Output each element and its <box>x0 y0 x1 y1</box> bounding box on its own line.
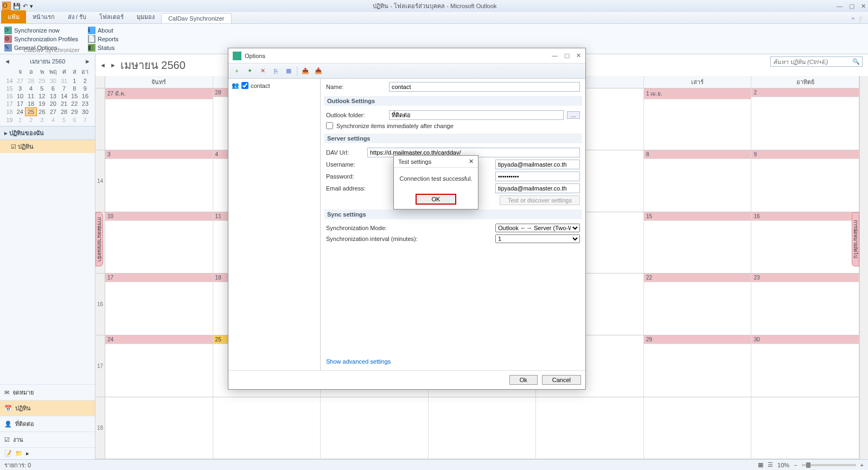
status-button[interactable]: ◧Status <box>88 43 119 52</box>
reports-button[interactable]: 📄Reports <box>88 35 119 43</box>
tab-sendrecv[interactable]: ส่ง / รับ <box>61 10 93 23</box>
name-input[interactable] <box>389 82 580 92</box>
dialog-title: Options <box>245 53 265 59</box>
nav-calendar-item[interactable]: ☑ ปฏิทิน <box>0 140 95 153</box>
msg-ok-button[interactable]: OK <box>416 194 457 205</box>
tab-caldav[interactable]: CalDav Synchronizer <box>161 13 231 23</box>
dialog-title-bar: Options — ▢ ✕ <box>228 48 585 63</box>
folder-input[interactable] <box>389 110 564 120</box>
nav-mail-button[interactable]: ✉จดหมาย <box>0 384 95 400</box>
status-bar: รายการ: 0 ▦ ☰ 10% − + <box>0 459 868 470</box>
export-button[interactable]: 📤 <box>301 66 310 76</box>
email-input[interactable] <box>495 183 580 193</box>
profile-form: Name: Outlook Settings Outlook folder:..… <box>321 79 585 370</box>
view-normal-icon[interactable]: ▦ <box>758 461 763 468</box>
nav-tasks-button[interactable]: ☑งาน <box>0 431 95 447</box>
sync-immediate-checkbox[interactable] <box>326 122 333 129</box>
nav-calendar-button[interactable]: 📅ปฏิทิน <box>0 400 95 416</box>
cal-next-button[interactable]: ► <box>110 62 116 68</box>
mini-next-button[interactable]: ► <box>85 58 91 65</box>
close-button[interactable]: ✕ <box>861 3 866 10</box>
dialog-cancel-button[interactable]: Cancel <box>542 375 581 385</box>
user-label: Username: <box>326 161 364 168</box>
profiles-button[interactable]: ⚙Synchronization Profiles <box>4 35 78 43</box>
ribbon-expand-icon[interactable]: ^ ❔ <box>852 16 868 23</box>
search-icon[interactable]: 🔍 <box>852 58 860 65</box>
tab-file[interactable]: แฟ้ม <box>1 10 26 23</box>
search-box[interactable]: 🔍 <box>770 56 863 67</box>
navigation-pane: ◄ เมษายน 2560 ► จอพพฤศสอา142728293031121… <box>0 54 95 459</box>
add-profile-button[interactable]: ＋ <box>232 66 241 76</box>
shortcuts-icon[interactable]: ▸ <box>26 450 29 457</box>
tree-item-contact[interactable]: 👥 contact <box>231 81 318 90</box>
folder-icon[interactable]: 📁 <box>15 450 23 457</box>
next-appointment-tab[interactable]: การนัดหมายถัดไป <box>852 212 859 266</box>
dialog-toolbar: ＋ ✦ ✕ ⎘ ▦ 📤 📥 <box>228 63 585 79</box>
folder-label: Outlook folder: <box>326 112 386 118</box>
server-section: Server settings <box>324 134 582 143</box>
qat-undo-icon[interactable]: ↶ <box>23 3 28 10</box>
dialog-minimize-button[interactable]: — <box>552 52 558 59</box>
nav-contacts-button[interactable]: 👤ที่ติดต่อ <box>0 416 95 431</box>
dav-label: DAV Url: <box>326 149 364 156</box>
nav-bottom-icons: 📝 📁 ▸ <box>0 447 95 459</box>
msg-body: Connection test successful. <box>394 168 478 189</box>
mini-prev-button[interactable]: ◄ <box>4 58 10 65</box>
pass-input[interactable] <box>495 172 580 181</box>
dialog-maximize-button[interactable]: ▢ <box>564 52 570 59</box>
mode-select[interactable]: Outlook ←→ Server (Two-Way) <box>495 224 580 232</box>
qat-save-icon[interactable]: 💾 <box>13 3 21 10</box>
mini-calendar-grid[interactable]: จอพพฤศสอา1427282930311215345678916101112… <box>4 66 91 124</box>
profile-tree: 👥 contact <box>228 79 321 370</box>
interval-label: Synchronization interval (minutes): <box>326 236 435 242</box>
tab-folder[interactable]: โฟลเดอร์ <box>93 10 130 23</box>
copy-profile-button[interactable]: ⎘ <box>271 66 280 76</box>
move-profile-button[interactable]: ▦ <box>284 66 293 76</box>
mail-icon: ✉ <box>4 389 9 396</box>
search-input[interactable] <box>773 59 852 65</box>
sync-immediate-label: Synchronize items immediately after chan… <box>336 123 454 129</box>
mode-label: Synchronization Mode: <box>326 225 435 231</box>
dialog-ok-button[interactable]: Ok <box>509 375 538 385</box>
name-label: Name: <box>326 84 386 90</box>
add-multi-button[interactable]: ✦ <box>245 66 254 76</box>
mini-calendar: ◄ เมษายน 2560 ► จอพพฤศสอา142728293031121… <box>0 54 95 126</box>
outlook-section: Outlook Settings <box>324 96 582 106</box>
zoom-label: 10% <box>777 462 789 468</box>
cal-prev-button[interactable]: ◄ <box>100 62 106 68</box>
nav-section-header[interactable]: ▸ ปฏิทินของฉัน <box>0 126 95 140</box>
user-input[interactable] <box>495 160 580 169</box>
folder-browse-button[interactable]: ... <box>567 111 580 119</box>
minimize-button[interactable]: — <box>837 3 843 10</box>
sync-now-button[interactable]: ⟳Synchronize now <box>4 26 78 35</box>
zoom-out-button[interactable]: − <box>794 462 797 468</box>
calendar-icon: 📅 <box>4 405 12 412</box>
tab-view[interactable]: มุมมอง <box>130 10 161 23</box>
mini-month-label: เมษายน 2560 <box>30 56 66 66</box>
quick-access-toolbar: O 💾 ↶ ▾ <box>2 2 33 10</box>
msg-title: Test settings <box>398 158 431 165</box>
zoom-slider[interactable] <box>802 464 856 466</box>
msg-close-button[interactable]: ✕ <box>469 158 474 165</box>
about-button[interactable]: ℹAbout <box>88 26 119 35</box>
notes-icon[interactable]: 📝 <box>4 450 12 457</box>
zoom-in-button[interactable]: + <box>860 462 864 468</box>
import-button[interactable]: 📥 <box>314 66 323 76</box>
show-advanced-link[interactable]: Show advanced settings <box>326 356 580 367</box>
tree-item-checkbox[interactable] <box>241 82 248 89</box>
prev-appointment-tab[interactable]: การนัดหมายก่อนหน้า <box>95 212 103 266</box>
delete-profile-button[interactable]: ✕ <box>258 66 267 76</box>
options-icon <box>233 52 241 60</box>
outlook-icon: O <box>2 2 11 10</box>
dialog-close-button[interactable]: ✕ <box>576 52 581 59</box>
view-list-icon[interactable]: ☰ <box>768 461 773 468</box>
tab-home[interactable]: หน้าแรก <box>26 10 61 23</box>
tasks-icon: ☑ <box>4 436 10 443</box>
calendar-title: เมษายน 2560 <box>120 56 186 74</box>
maximize-button[interactable]: ▢ <box>849 3 854 10</box>
scrollbar[interactable] <box>859 76 868 459</box>
dialog-footer: Ok Cancel <box>228 370 585 389</box>
status-items: รายการ: 0 <box>4 460 31 470</box>
interval-select[interactable]: 1 <box>495 234 580 243</box>
contacts-icon: 👤 <box>4 421 12 428</box>
